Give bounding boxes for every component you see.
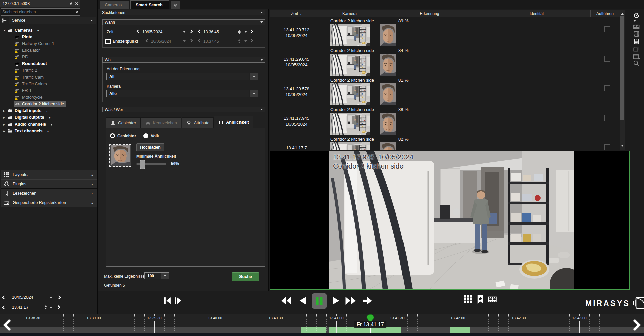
result-face-crop[interactable]: [380, 54, 396, 76]
tree-item[interactable]: RD: [1, 54, 97, 60]
tree-item[interactable]: Traffic Colors: [1, 81, 97, 87]
start-time-value[interactable]: 13.36.45: [203, 30, 219, 34]
result-face-crop[interactable]: [380, 142, 396, 150]
tree-item-body[interactable]: Traffic 2: [14, 67, 39, 74]
waswer-tab[interactable]: Gesichter: [106, 117, 141, 128]
wo-section-header[interactable]: Wo: [102, 57, 265, 63]
result-play-checkbox[interactable]: [604, 85, 610, 91]
tab-smart-search[interactable]: Smart Search: [130, 0, 169, 9]
search-button[interactable]: Suche: [232, 272, 259, 281]
clear-search-icon[interactable]: [75, 10, 79, 14]
tree-item[interactable]: Plate: [1, 34, 97, 40]
tree-item-dropdown-icon[interactable]: [47, 129, 49, 133]
max-results-select[interactable]: 100: [144, 272, 161, 279]
result-camera-thumbnail[interactable]: [330, 54, 370, 76]
tree-caret-icon[interactable]: [2, 115, 6, 120]
pin-icon[interactable]: [69, 1, 73, 6]
next-time-icon[interactable]: [250, 29, 254, 34]
radio-volk-label[interactable]: Volk: [151, 134, 159, 138]
tree-item-body[interactable]: Text channels: [6, 128, 44, 134]
start-date-value[interactable]: 10/05/2024: [142, 30, 162, 34]
time-spinner[interactable]: [238, 29, 241, 35]
accordion-panel[interactable]: Plugins: [1, 179, 97, 189]
tree-item-body[interactable]: RD: [14, 54, 30, 60]
tree-item-body[interactable]: Hallway Corner 1: [14, 41, 56, 47]
view-button[interactable]: [463, 294, 473, 304]
radio-gesichter-label[interactable]: Gesichter: [117, 134, 136, 138]
toolbar-icon[interactable]: [633, 23, 640, 30]
toolbar-icon[interactable]: [633, 38, 640, 45]
wann-section-header[interactable]: Wann: [102, 19, 265, 25]
tree-item-dropdown-icon[interactable]: [49, 115, 51, 120]
transport-button[interactable]: [312, 293, 327, 309]
prev-time-icon[interactable]: [197, 29, 201, 34]
result-camera-thumbnail[interactable]: [330, 24, 370, 46]
max-results-caret[interactable]: [161, 272, 169, 279]
tree-item-body[interactable]: Digital inputs: [6, 108, 43, 114]
frame-step-button[interactable]: [162, 295, 172, 307]
timeline-scroll-right-icon[interactable]: [629, 316, 643, 334]
chevron-down-icon[interactable]: [50, 297, 52, 300]
scrollbar-thumb[interactable]: [620, 16, 624, 120]
tree-item-body[interactable]: Escalator: [14, 47, 41, 53]
tree-item-body[interactable]: Digital outputs: [6, 114, 46, 121]
camera-filter-select[interactable]: Alle: [106, 90, 249, 97]
camera-filter-caret[interactable]: [250, 90, 258, 97]
tree-caret-icon[interactable]: [2, 28, 6, 33]
tree-item[interactable]: Corridor 2 kitchen side: [1, 101, 97, 107]
video-viewport[interactable]: 13.41.17.945 10/05/2024 Corridor 2 kitch…: [270, 151, 630, 290]
panel-resize-handle[interactable]: [40, 167, 58, 169]
tree-item-body[interactable]: Audio channels: [6, 121, 48, 127]
tree-item[interactable]: Audio channels: [1, 121, 97, 128]
next-time-icon[interactable]: [250, 38, 254, 43]
result-play-checkbox[interactable]: [604, 144, 610, 150]
result-camera-thumbnail[interactable]: [330, 83, 370, 105]
radio-volk[interactable]: [143, 133, 148, 138]
prev-time-icon[interactable]: [1, 305, 6, 310]
reference-face-image[interactable]: [109, 144, 131, 167]
result-play-checkbox[interactable]: [604, 26, 610, 32]
recording-segment[interactable]: [450, 327, 470, 333]
result-row[interactable]: 13.41.29.645 10/05/2024 Corridor 2 kitch…: [270, 47, 620, 77]
toolbar-gear-caret-icon[interactable]: [633, 20, 636, 23]
waswer-tab[interactable]: Ähnlichkeit: [214, 116, 253, 128]
transport-button[interactable]: [297, 295, 308, 307]
result-play-checkbox[interactable]: [604, 115, 610, 121]
transport-button[interactable]: [331, 295, 341, 307]
result-play-checkbox[interactable]: [604, 56, 610, 62]
result-face-crop[interactable]: [380, 113, 396, 135]
tree-item-body[interactable]: FR-1: [14, 88, 33, 94]
waswer-section-header[interactable]: Was / Wer: [102, 107, 265, 112]
service-dropdown[interactable]: Service: [9, 17, 96, 24]
timeline[interactable]: 13.38.3013.39.0013.39.3013.40.0013.40.30…: [0, 314, 644, 336]
chevron-down-icon[interactable]: [50, 307, 52, 310]
tree-item-body[interactable]: Traffic Cam: [14, 74, 45, 80]
results-column-header[interactable]: Identität: [483, 10, 591, 17]
toolbar-icon[interactable]: [633, 53, 640, 60]
tree-caret-icon[interactable]: [2, 108, 6, 113]
time-spinner[interactable]: [44, 304, 47, 311]
close-tab-icon[interactable]: [124, 3, 124, 7]
result-row[interactable]: 13.41.29.712 10/05/2024 Corridor 2 kitch…: [270, 17, 620, 47]
tree-item-body[interactable]: Roundabout: [14, 61, 49, 67]
toolbar-icon[interactable]: [633, 46, 640, 53]
tree-caret-icon[interactable]: [2, 129, 6, 133]
toolbar-icon[interactable]: [633, 30, 640, 38]
similarity-slider-handle[interactable]: [140, 160, 145, 169]
tree-item-dropdown-icon[interactable]: [50, 122, 53, 127]
endtime-checkbox[interactable]: [105, 39, 111, 44]
tree-caret-icon[interactable]: [2, 122, 6, 127]
accordion-panel[interactable]: Gespeicherte Registerkarten: [1, 198, 97, 207]
result-row[interactable]: 13.41.17.945 10/05/2024 Corridor 2 kitch…: [270, 106, 620, 136]
transport-button[interactable]: [345, 294, 357, 307]
accordion-panel[interactable]: Layouts: [1, 170, 97, 179]
close-icon[interactable]: [75, 2, 79, 6]
tab-cameras[interactable]: Cameras: [100, 1, 129, 9]
scroll-up-icon[interactable]: [621, 11, 624, 15]
tree-item[interactable]: Traffic 2: [1, 67, 97, 74]
scroll-down-icon[interactable]: [621, 145, 624, 148]
tree-item[interactable]: Hallway Corner 1: [1, 40, 97, 47]
next-date-icon[interactable]: [189, 38, 193, 43]
prev-date-icon[interactable]: [136, 29, 140, 34]
prev-time-icon[interactable]: [197, 38, 201, 43]
